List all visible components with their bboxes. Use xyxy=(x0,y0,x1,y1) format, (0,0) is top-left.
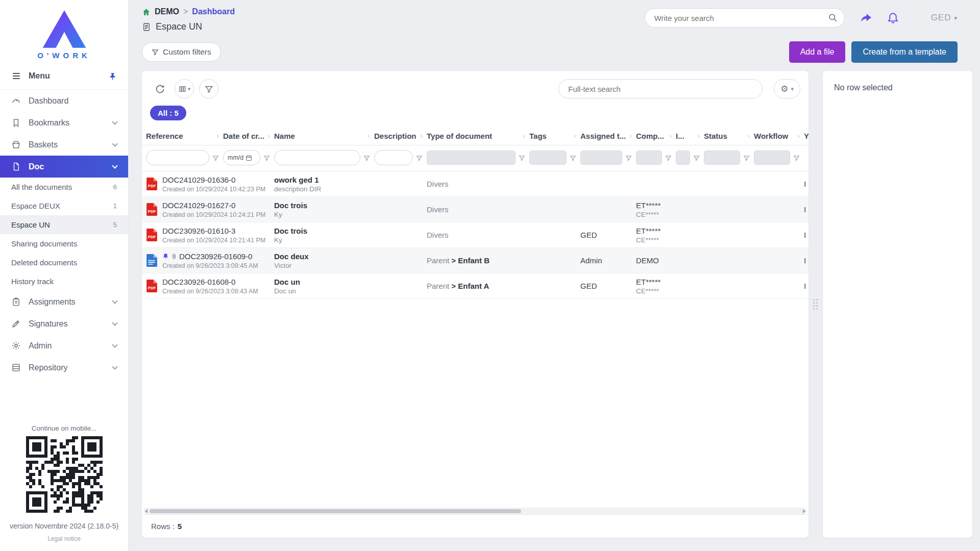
breadcrumb-current[interactable]: Dashboard xyxy=(192,7,235,16)
custom-filters-button[interactable]: Custom filters xyxy=(142,42,221,62)
share-icon[interactable] xyxy=(859,11,872,24)
column-filter xyxy=(676,151,704,165)
svg-text:PDF: PDF xyxy=(148,184,156,188)
sidebar-subitem-espace-deux[interactable]: Espace DEUX1 xyxy=(0,196,128,215)
scrollbar-thumb[interactable] xyxy=(150,509,521,513)
column-header[interactable]: Description› xyxy=(374,127,427,145)
column-label: Name xyxy=(274,132,295,140)
fulltext-search-input[interactable] xyxy=(558,79,763,98)
filter-funnel-icon[interactable] xyxy=(519,155,525,161)
all-count-badge[interactable]: All : 5 xyxy=(150,106,186,120)
table-settings-button[interactable]: ⚙ ▾ xyxy=(774,79,800,98)
column-header[interactable]: Assigned t...› xyxy=(580,127,636,145)
scroll-right-arrow[interactable] xyxy=(803,509,805,513)
notifications-bell-icon[interactable] xyxy=(887,12,899,24)
no-selection-message: No row selected xyxy=(834,83,961,92)
filter-select[interactable] xyxy=(704,151,740,165)
legal-notice-link[interactable]: Legal notice xyxy=(47,535,81,542)
column-header[interactable]: Name› xyxy=(274,127,374,145)
filter-funnel-icon[interactable] xyxy=(625,155,632,161)
hamburger-icon[interactable] xyxy=(11,71,21,81)
filter-funnel-icon[interactable] xyxy=(665,155,672,161)
filter-funnel-icon[interactable] xyxy=(212,155,219,161)
column-header[interactable]: Comp...› xyxy=(636,127,676,145)
column-header[interactable]: Type of document› xyxy=(427,127,529,145)
sort-chevron-icon: › xyxy=(523,132,529,140)
sidebar-subitem-espace-un[interactable]: Espace UN5 xyxy=(0,215,128,234)
doc-company: ET*****CE***** xyxy=(636,227,676,244)
date-filter-input[interactable]: mm/d xyxy=(223,150,260,165)
doc-tail: I xyxy=(804,231,808,239)
brand[interactable]: O'WORK xyxy=(0,0,128,63)
columns-button[interactable]: ▾ xyxy=(175,79,194,98)
brand-name: O'WORK xyxy=(37,51,91,60)
sidebar-item-assignments[interactable]: Assignments xyxy=(0,291,128,313)
sidebar-item-admin[interactable]: Admin xyxy=(0,335,128,357)
pdf-file-icon: PDF xyxy=(146,228,158,242)
chevron-down-icon xyxy=(112,119,117,124)
column-header[interactable]: Tags› xyxy=(529,127,580,145)
sidebar-item-doc[interactable]: Doc xyxy=(0,156,128,178)
filter-funnel-icon[interactable] xyxy=(793,155,800,161)
sidebar-item-dashboard[interactable]: Dashboard xyxy=(0,90,128,112)
filter-select[interactable] xyxy=(427,151,516,165)
create-template-button[interactable]: Create from a template xyxy=(851,41,958,63)
filter-button[interactable] xyxy=(199,79,218,98)
global-search-input[interactable] xyxy=(645,8,845,28)
subitem-label: Espace UN xyxy=(11,220,50,229)
search-icon[interactable] xyxy=(828,13,838,24)
sidebar-subitem-deleted-documents[interactable]: Deleted documents xyxy=(0,253,128,272)
chevron-down-icon: ▾ xyxy=(954,15,958,21)
table-row[interactable]: PDFDOC241029-01636-0Created on 10/29/202… xyxy=(142,171,808,197)
sidebar-item-baskets[interactable]: Baskets xyxy=(0,134,128,156)
filter-funnel-icon[interactable] xyxy=(363,155,370,161)
subitem-label: Espace DEUX xyxy=(11,202,60,210)
filter-select[interactable] xyxy=(580,151,622,165)
filter-funnel-icon[interactable] xyxy=(743,155,750,161)
doc-file-icon xyxy=(146,254,158,267)
sidebar-item-bookmarks[interactable]: Bookmarks xyxy=(0,112,128,134)
breadcrumb: DEMO > Dashboard xyxy=(142,7,235,16)
table-row[interactable]: PDFDOC230926-01610-3Created on 10/29/202… xyxy=(142,222,808,248)
columns-icon xyxy=(178,85,187,93)
sidebar-subitem-all-the-documents[interactable]: All the documents6 xyxy=(0,178,128,196)
column-header[interactable]: Date of cr...› xyxy=(223,127,274,145)
pin-sidebar-icon[interactable] xyxy=(108,72,117,81)
column-filter xyxy=(704,151,754,165)
filter-input[interactable] xyxy=(274,150,360,165)
filter-select[interactable] xyxy=(676,151,690,165)
filter-funnel-icon[interactable] xyxy=(693,155,700,161)
menu-toggle[interactable]: Menu xyxy=(0,63,128,90)
sidebar-subitem-sharing-documents[interactable]: Sharing documents xyxy=(0,234,128,253)
subitem-count: 6 xyxy=(113,183,117,191)
pen-icon xyxy=(11,319,21,329)
table-row[interactable]: PDFDOC230926-01608-0Created on 9/26/2023… xyxy=(142,273,808,299)
sidebar-item-repository[interactable]: Repository xyxy=(0,357,128,379)
home-icon[interactable] xyxy=(142,8,151,16)
column-header[interactable]: Reference› xyxy=(146,127,223,145)
column-header[interactable]: Y...› xyxy=(804,127,808,145)
breadcrumb-root[interactable]: DEMO xyxy=(155,7,179,16)
column-header[interactable]: Workflow› xyxy=(754,127,804,145)
filter-funnel-icon[interactable] xyxy=(416,155,423,161)
table-row[interactable]: PDFDOC241029-01627-0Created on 10/29/202… xyxy=(142,197,808,222)
filter-input[interactable] xyxy=(374,150,413,165)
filter-input[interactable] xyxy=(146,150,209,165)
column-header[interactable]: I...› xyxy=(676,127,704,145)
filter-select[interactable] xyxy=(529,151,567,165)
doc-created-date: Created on 10/29/2024 10:24:21 PM xyxy=(162,211,265,218)
add-file-button[interactable]: Add a file xyxy=(789,41,846,63)
scroll-left-arrow[interactable] xyxy=(145,509,148,513)
filter-funnel-icon[interactable] xyxy=(570,155,576,161)
account-menu[interactable]: GED ▾ xyxy=(931,13,958,23)
column-header[interactable]: Status› xyxy=(704,127,754,145)
horizontal-scrollbar[interactable] xyxy=(143,508,807,514)
sidebar-item-signatures[interactable]: Signatures xyxy=(0,313,128,335)
filter-funnel-icon[interactable] xyxy=(263,155,270,161)
panel-resize-handle[interactable] xyxy=(813,299,818,310)
refresh-button[interactable] xyxy=(150,79,169,98)
filter-select[interactable] xyxy=(754,151,790,165)
filter-select[interactable] xyxy=(636,151,662,165)
sidebar-subitem-history-track[interactable]: History track xyxy=(0,272,128,291)
table-row[interactable]: DOC230926-01609-0Created on 9/26/2023 3:… xyxy=(142,248,808,273)
